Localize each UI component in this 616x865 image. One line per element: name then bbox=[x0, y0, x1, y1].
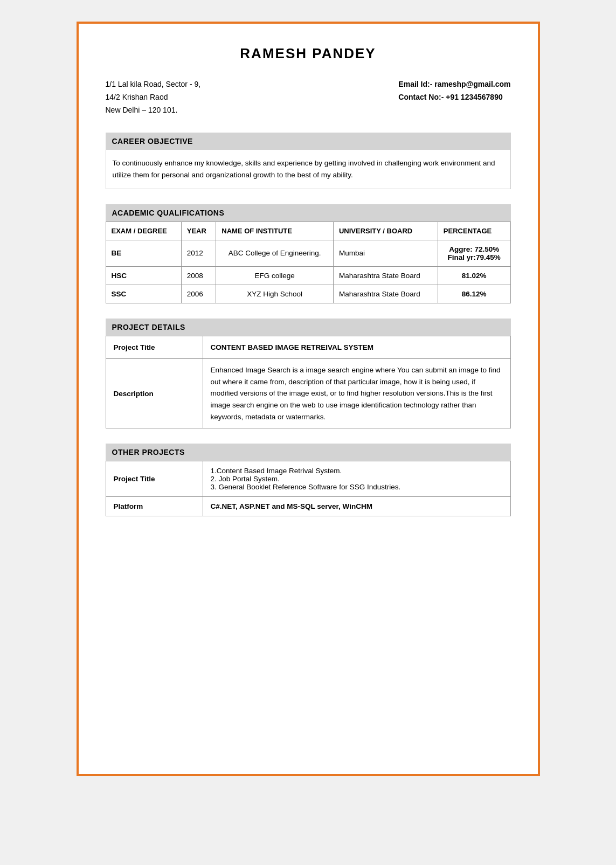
other-project-row: PlatformC#.NET, ASP.NET and MS-SQL serve… bbox=[106, 497, 510, 516]
project-row-value: CONTENT BASED IMAGE RETREIVAL SYSTEM bbox=[203, 336, 510, 359]
other-projects-section: OTHER PROJECTS Project Title1.Content Ba… bbox=[106, 444, 511, 516]
address-line1: 1/1 Lal kila Road, Sector - 9, bbox=[106, 78, 201, 91]
col-percentage: PERCENTAGE bbox=[438, 222, 510, 240]
project-details-section: PROJECT DETAILS Project TitleCONTENT BAS… bbox=[106, 319, 511, 429]
other-project-value: 1.Content Based Image Retrival System.2.… bbox=[203, 461, 510, 497]
other-projects-table: Project Title1.Content Based Image Retri… bbox=[106, 461, 511, 516]
academic-table: EXAM / DEGREE YEAR NAME OF INSTITUTE UNI… bbox=[106, 222, 511, 303]
col-year: YEAR bbox=[181, 222, 216, 240]
academic-institute: ABC College of Engineering. bbox=[216, 240, 334, 266]
project-details-table: Project TitleCONTENT BASED IMAGE RETREIV… bbox=[106, 336, 511, 429]
contact-address: 1/1 Lal kila Road, Sector - 9, 14/2 Kris… bbox=[106, 78, 201, 116]
academic-percentage: 81.02% bbox=[438, 266, 510, 285]
academic-exam: BE bbox=[106, 240, 181, 266]
academic-qualifications-heading: ACADEMIC QUALIFICATIONS bbox=[106, 204, 511, 222]
academic-percentage: 86.12% bbox=[438, 285, 510, 303]
col-exam-degree: EXAM / DEGREE bbox=[106, 222, 181, 240]
project-row-value: Enhanced Image Search is a image search … bbox=[203, 359, 510, 428]
contact-email-phone: Email Id:- rameshp@gmail.com Contact No:… bbox=[398, 78, 510, 116]
project-row-label: Description bbox=[106, 359, 203, 428]
academic-university: Maharashtra State Board bbox=[333, 285, 438, 303]
candidate-name: RAMESH PANDEY bbox=[106, 45, 511, 62]
col-university: UNIVERSITY / BOARD bbox=[333, 222, 438, 240]
academic-qualifications-section: ACADEMIC QUALIFICATIONS EXAM / DEGREE YE… bbox=[106, 204, 511, 303]
email-label: Email Id:- rameshp@gmail.com bbox=[398, 78, 510, 91]
contact-section: 1/1 Lal kila Road, Sector - 9, 14/2 Kris… bbox=[106, 78, 511, 116]
address-line3: New Delhi – 120 101. bbox=[106, 104, 201, 117]
project-details-row: Project TitleCONTENT BASED IMAGE RETREIV… bbox=[106, 336, 510, 359]
academic-institute: EFG college bbox=[216, 266, 334, 285]
project-details-row: DescriptionEnhanced Image Search is a im… bbox=[106, 359, 510, 428]
academic-exam: SSC bbox=[106, 285, 181, 303]
resume-page: RAMESH PANDEY 1/1 Lal kila Road, Sector … bbox=[77, 22, 540, 776]
contact-label: Contact No:- +91 1234567890 bbox=[398, 91, 510, 104]
career-objective-heading: CAREER OBJECTIVE bbox=[106, 133, 511, 150]
academic-year: 2006 bbox=[181, 285, 216, 303]
other-project-label: Platform bbox=[106, 497, 203, 516]
academic-year: 2008 bbox=[181, 266, 216, 285]
other-project-row: Project Title1.Content Based Image Retri… bbox=[106, 461, 510, 497]
academic-university: Mumbai bbox=[333, 240, 438, 266]
project-row-label: Project Title bbox=[106, 336, 203, 359]
other-projects-heading: OTHER PROJECTS bbox=[106, 444, 511, 461]
career-objective-section: CAREER OBJECTIVE To continuously enhance… bbox=[106, 133, 511, 189]
academic-table-row: SSC2006XYZ High SchoolMaharashtra State … bbox=[106, 285, 510, 303]
academic-percentage: Aggre: 72.50%Final yr:79.45% bbox=[438, 240, 510, 266]
col-institute: NAME OF INSTITUTE bbox=[216, 222, 334, 240]
academic-table-header-row: EXAM / DEGREE YEAR NAME OF INSTITUTE UNI… bbox=[106, 222, 510, 240]
academic-university: Maharashtra State Board bbox=[333, 266, 438, 285]
project-details-heading: PROJECT DETAILS bbox=[106, 319, 511, 336]
academic-exam: HSC bbox=[106, 266, 181, 285]
address-line2: 14/2 Krishan Raod bbox=[106, 91, 201, 104]
career-objective-text: To continuously enhance my knowledge, sk… bbox=[106, 150, 511, 189]
academic-table-row: BE2012ABC College of Engineering.MumbaiA… bbox=[106, 240, 510, 266]
academic-table-row: HSC2008EFG collegeMaharashtra State Boar… bbox=[106, 266, 510, 285]
other-project-value: C#.NET, ASP.NET and MS-SQL server, WinCH… bbox=[203, 497, 510, 516]
academic-institute: XYZ High School bbox=[216, 285, 334, 303]
academic-year: 2012 bbox=[181, 240, 216, 266]
other-project-label: Project Title bbox=[106, 461, 203, 497]
